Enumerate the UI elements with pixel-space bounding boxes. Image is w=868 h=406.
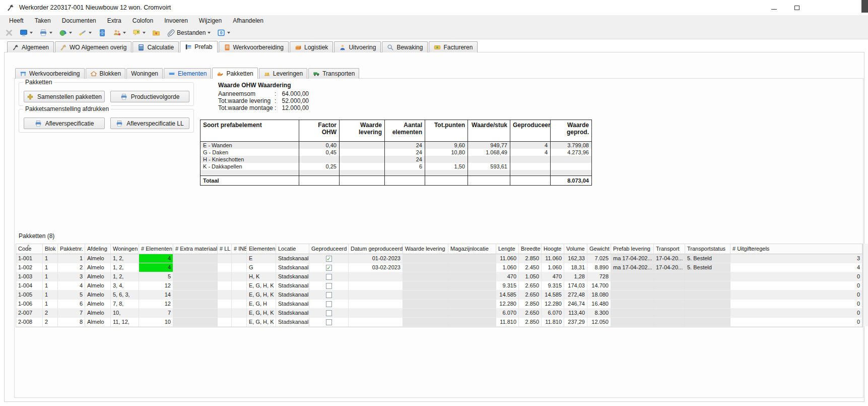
column-header-breedte[interactable]: Breedte: [519, 244, 542, 254]
cell-locatie[interactable]: Stadskanaal: [276, 263, 309, 272]
vertical-scrollbar[interactable]: [863, 244, 868, 326]
cell-lengte[interactable]: 1.060: [496, 263, 519, 272]
cell-geproduceerd[interactable]: [309, 272, 349, 281]
cell-datum-geproduceerd[interactable]: 03-02-2023: [349, 263, 403, 272]
table-row[interactable]: 1-00111Almelo1, 2,4EStadskanaal✓01-02-20…: [16, 254, 862, 263]
cell-gewicht[interactable]: 7.025: [587, 254, 611, 263]
table-row[interactable]: 2-00828Almelo11, 12,10E, G, H, KStadskan…: [16, 318, 862, 327]
tab-leveringen[interactable]: Leveringen: [259, 68, 307, 79]
cell-woningen[interactable]: 5, 6, 3,: [111, 291, 139, 300]
cell-hoogte[interactable]: 11.810: [542, 318, 564, 327]
chevron-down-icon[interactable]: [208, 32, 211, 34]
cell-locatie[interactable]: Stadskanaal: [276, 254, 309, 263]
cell-ll[interactable]: [218, 300, 232, 309]
cell-code[interactable]: 1-005: [16, 291, 43, 300]
minimize-button[interactable]: [762, 0, 785, 15]
cell-locatie[interactable]: Stadskanaal: [276, 272, 309, 281]
cell-geproduceerd[interactable]: [309, 318, 349, 327]
cell-waarde-levering[interactable]: [403, 318, 448, 327]
cell-code[interactable]: 1-003: [16, 272, 43, 281]
cell-datum-geproduceerd[interactable]: 01-02-2023: [349, 254, 403, 263]
cell-blok[interactable]: 1: [43, 254, 58, 263]
column-header-elementen[interactable]: Elementen: [247, 244, 276, 254]
column-header-gewicht[interactable]: Gewicht: [587, 244, 611, 254]
produced-checkbox[interactable]: [326, 292, 332, 298]
cell-elementen[interactable]: 10: [139, 318, 173, 327]
cell-locatie[interactable]: Stadskanaal: [276, 291, 309, 300]
cell-breedte[interactable]: 1.050: [519, 272, 542, 281]
maximize-button[interactable]: [785, 0, 809, 15]
cell-uitgifteregels[interactable]: 0: [730, 291, 862, 300]
tab-prefab[interactable]: Prefab: [180, 41, 217, 52]
tab-calculatie[interactable]: Calculatie: [132, 41, 179, 52]
column-header-ll[interactable]: # LL: [218, 244, 232, 254]
tab-werkvoorbereiding[interactable]: Werkvoorbereiding: [15, 68, 85, 79]
table-row[interactable]: 1-00616Almelo7, 8,12E, G, HStadskanaal12…: [16, 300, 862, 309]
cell-volume[interactable]: 113,40: [564, 309, 587, 318]
cell-breedte[interactable]: 2.450: [519, 263, 542, 272]
cell-transportstatus[interactable]: [685, 318, 730, 327]
tab-wo-algemeen-overig[interactable]: WO Algemeen overig: [55, 41, 131, 52]
cell-waarde-levering[interactable]: [403, 254, 448, 263]
column-header-hoogte[interactable]: Hoogte: [542, 244, 564, 254]
cell-geproduceerd[interactable]: [309, 281, 349, 291]
cell-uitgifteregels[interactable]: 4: [730, 263, 862, 272]
currency-zero-button[interactable]: 0: [215, 27, 233, 38]
cell-ll[interactable]: [218, 281, 232, 291]
cell-geproduceerd[interactable]: ✓: [309, 263, 349, 272]
cell-inb[interactable]: [232, 272, 247, 281]
cell-inb[interactable]: [232, 309, 247, 318]
cell-breedte[interactable]: 2.650: [519, 309, 542, 318]
cell-code[interactable]: 1-006: [16, 300, 43, 309]
cell-elementen[interactable]: H, K: [247, 272, 276, 281]
menu-item-taken[interactable]: Taken: [29, 15, 56, 26]
cell-pakketnr[interactable]: 8: [58, 318, 85, 327]
cell-afdeling[interactable]: Almelo: [85, 272, 111, 281]
tab-bewaking[interactable]: Bewaking: [382, 41, 428, 52]
table-row[interactable]: 1-00212Almelo1, 2,4GStadskanaal✓03-02-20…: [16, 263, 862, 272]
column-header-transport[interactable]: Transport: [654, 244, 685, 254]
cell-afdeling[interactable]: Almelo: [85, 318, 111, 327]
cell-magazijnlocatie[interactable]: [448, 300, 496, 309]
tab-factureren[interactable]: Factureren: [429, 41, 478, 52]
cell-datum-geproduceerd[interactable]: [349, 309, 403, 318]
cell-pakketnr[interactable]: 4: [58, 281, 85, 291]
column-header-elementen[interactable]: # Elementen: [139, 244, 173, 254]
cell-woningen[interactable]: 3, 4,: [111, 281, 139, 291]
cell-afdeling[interactable]: Almelo: [85, 254, 111, 263]
cell-code[interactable]: 2-007: [16, 309, 43, 318]
cell-datum-geproduceerd[interactable]: [349, 291, 403, 300]
cell-extra-materiaal[interactable]: [173, 263, 218, 272]
cell-locatie[interactable]: Stadskanaal: [276, 300, 309, 309]
cell-waarde-levering[interactable]: [403, 309, 448, 318]
tab-elementen[interactable]: Elementen: [164, 68, 211, 79]
printer-button[interactable]: [37, 27, 55, 38]
menu-item-heeft[interactable]: Heeft: [4, 15, 29, 26]
column-header-transportstatus[interactable]: Transportstatus: [685, 244, 730, 254]
cell-code[interactable]: 1-002: [16, 263, 43, 272]
cell-geproduceerd[interactable]: [309, 309, 349, 318]
tab-pakketten[interactable]: Pakketten: [212, 68, 257, 79]
cell-blok[interactable]: 1: [43, 291, 58, 300]
cell-elementen[interactable]: G: [247, 263, 276, 272]
produced-checkbox[interactable]: [326, 310, 332, 316]
cell-waarde-levering[interactable]: [403, 300, 448, 309]
cell-ll[interactable]: [218, 309, 232, 318]
cell-ll[interactable]: [218, 272, 232, 281]
column-header-lengte[interactable]: Lengte: [496, 244, 519, 254]
cell-locatie[interactable]: Stadskanaal: [276, 281, 309, 291]
cell-extra-materiaal[interactable]: [173, 281, 218, 291]
cell-inb[interactable]: [232, 318, 247, 327]
table-row[interactable]: 1-00313Almelo1, 2,5H, KStadskanaal4701.0…: [16, 272, 862, 281]
cell-elementen[interactable]: 14: [139, 291, 173, 300]
chevron-down-icon[interactable]: [30, 32, 33, 34]
cell-geproduceerd[interactable]: [309, 291, 349, 300]
cell-lengte[interactable]: 470: [496, 272, 519, 281]
cell-blok[interactable]: 1: [43, 281, 58, 291]
tab-blokken[interactable]: Blokken: [86, 68, 126, 79]
folder-up-button[interactable]: [150, 27, 163, 38]
tab-logistiek[interactable]: Logistiek: [290, 41, 333, 52]
cell-waarde-levering[interactable]: [403, 281, 448, 291]
cell-magazijnlocatie[interactable]: [448, 263, 496, 272]
cell-woningen[interactable]: 10,: [111, 309, 139, 318]
